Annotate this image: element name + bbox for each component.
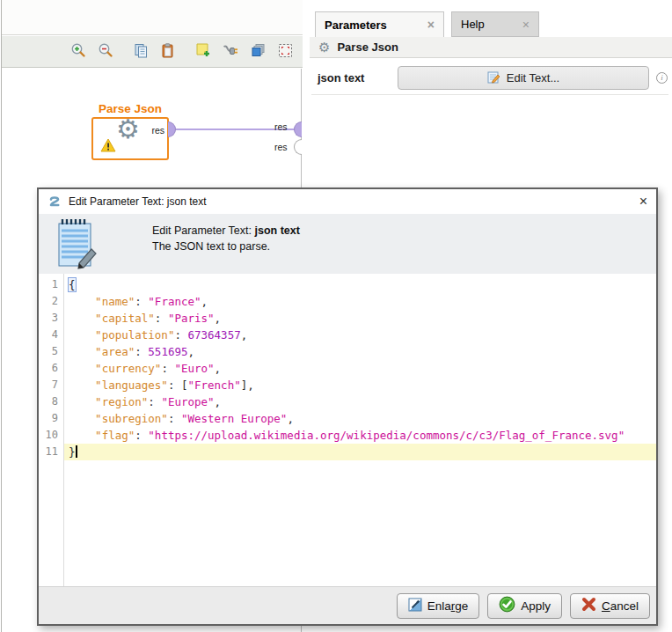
- button-label: Enlarge: [427, 599, 469, 613]
- code-line[interactable]: {: [64, 276, 656, 293]
- line-number: 2: [39, 293, 63, 310]
- zoom-out-button[interactable]: [95, 41, 116, 62]
- close-icon[interactable]: ×: [639, 195, 647, 209]
- line-number: 9: [39, 410, 63, 427]
- code-line[interactable]: "population": 67364357,: [64, 327, 656, 343]
- copy-button[interactable]: [130, 41, 151, 62]
- tab-help[interactable]: Help ×: [451, 11, 539, 37]
- tab-label: Parameters: [325, 18, 387, 32]
- selected-operator-title: Parse Json: [337, 40, 398, 54]
- code-line[interactable]: "region": "Europe",: [64, 393, 656, 410]
- code-line[interactable]: "capital": "Paris",: [64, 310, 656, 327]
- dialog-header-title: Edit Parameter Text: json text: [152, 224, 300, 237]
- enlarge-icon: [408, 598, 422, 614]
- edit-parameter-dialog: Edit Parameter Text: json text × Edit Pa…: [37, 187, 658, 626]
- line-number: 6: [39, 360, 63, 377]
- parameter-name-label: json text: [318, 71, 364, 85]
- button-label: Apply: [521, 599, 551, 613]
- enlarge-button[interactable]: Enlarge: [397, 593, 480, 619]
- edit-text-icon: [487, 70, 500, 86]
- zoom-in-icon: [70, 42, 86, 61]
- paste-icon: [161, 43, 175, 61]
- dialog-title-text: Edit Parameter Text: json text: [69, 195, 207, 208]
- code-line[interactable]: "flag": "https://upload.wikimedia.org/wi…: [64, 427, 656, 444]
- app-window: Parse Json ⚙ res res res Parameters × He…: [0, 0, 672, 632]
- info-icon[interactable]: i: [656, 72, 668, 84]
- line-number: 1: [39, 276, 63, 293]
- warning-icon: [100, 138, 116, 156]
- editor-gutter: 1234567891011: [39, 274, 64, 588]
- fit-view-icon: [278, 43, 293, 61]
- edit-text-button[interactable]: Edit Text...: [398, 66, 649, 90]
- dialog-header-subtitle: The JSON text to parse.: [152, 240, 270, 253]
- gear-icon: ⚙: [318, 40, 330, 55]
- rewire-icon: [223, 43, 238, 60]
- line-number: 11: [39, 444, 63, 460]
- dialog-header: Edit Parameter Text: json text The JSON …: [39, 214, 656, 274]
- result-port-empty[interactable]: [294, 139, 302, 155]
- add-note-icon: [195, 42, 211, 61]
- code-line[interactable]: "languages": ["French"],: [64, 377, 656, 393]
- tab-label: Help: [461, 18, 485, 31]
- result-port-label: res: [274, 121, 288, 132]
- gear-icon: ⚙: [116, 116, 140, 143]
- process-panel-top-strip: [2, 0, 303, 35]
- line-number: 8: [39, 393, 63, 410]
- apply-button[interactable]: Apply: [487, 593, 562, 619]
- editor-code[interactable]: { "name": "France", "capital": "Paris", …: [64, 274, 656, 588]
- cancel-x-icon: [581, 597, 596, 614]
- copy-icon: [134, 43, 149, 61]
- button-label: Cancel: [602, 599, 639, 613]
- result-port-connected[interactable]: [294, 121, 302, 137]
- arrange-icon: [251, 43, 266, 60]
- operator-label: Parse Json: [99, 102, 162, 115]
- cancel-button[interactable]: Cancel: [570, 593, 650, 619]
- edit-text-label: Edit Text...: [507, 71, 559, 85]
- json-text-editor[interactable]: 1234567891011 { "name": "France", "capit…: [39, 274, 656, 588]
- close-icon[interactable]: ×: [427, 18, 435, 32]
- operator-output-port[interactable]: [168, 121, 176, 137]
- operator-output-port-label: res: [151, 125, 164, 136]
- code-line[interactable]: "area": 551695,: [64, 343, 656, 360]
- notepad-icon: [55, 217, 99, 274]
- separator: [311, 94, 668, 95]
- line-number: 3: [39, 310, 63, 327]
- line-number: 7: [39, 377, 63, 393]
- close-icon[interactable]: ×: [522, 18, 530, 32]
- code-line[interactable]: "currency": "Euro",: [64, 360, 656, 377]
- code-line[interactable]: "subregion": "Western Europe",: [64, 410, 656, 427]
- result-port-label: res: [274, 142, 288, 152]
- tab-parameters[interactable]: Parameters ×: [315, 11, 444, 37]
- operator-parse-json[interactable]: ⚙ res: [91, 117, 169, 160]
- code-line[interactable]: }: [64, 444, 656, 460]
- line-number: 4: [39, 327, 63, 343]
- fit-view-button[interactable]: [274, 41, 296, 62]
- rapidminer-logo-icon: [47, 195, 62, 209]
- zoom-out-icon: [98, 42, 113, 61]
- text-caret: [76, 445, 77, 458]
- apply-check-icon: [499, 596, 515, 615]
- selected-operator-header: ⚙ Parse Json: [310, 37, 672, 58]
- arrange-button[interactable]: [247, 41, 268, 62]
- code-line[interactable]: "name": "France",: [64, 293, 656, 310]
- add-note-button[interactable]: [193, 41, 214, 62]
- line-number: 10: [39, 427, 63, 444]
- zoom-in-button[interactable]: [68, 41, 89, 62]
- dialog-title-bar[interactable]: Edit Parameter Text: json text ×: [39, 189, 656, 214]
- process-toolbar: [2, 36, 303, 68]
- rewire-button[interactable]: [220, 41, 241, 62]
- dialog-footer: Enlarge Apply Cancel: [39, 586, 656, 624]
- paste-button[interactable]: [157, 41, 179, 62]
- line-number: 5: [39, 343, 63, 360]
